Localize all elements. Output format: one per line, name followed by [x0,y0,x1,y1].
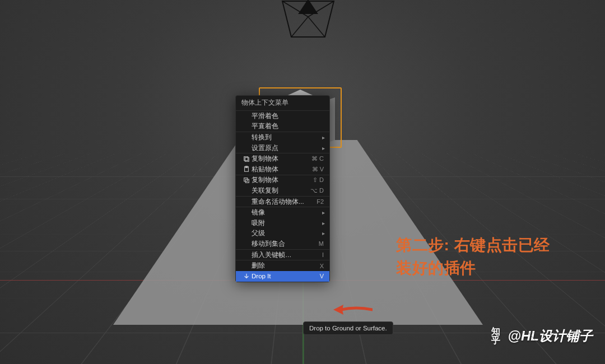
zhihu-logo-icon: 知乎 [491,327,500,345]
chevron-right-icon: ▸ [322,134,325,141]
copy-icon [241,156,252,162]
menu-item-shade-smooth[interactable]: 平滑着色 [236,111,329,122]
arrow-down-icon [241,273,252,279]
menu-item-paste-objects[interactable]: 粘贴物体⌘ V [236,164,329,175]
menu-item-mirror[interactable]: 镜像▸ [236,207,329,218]
menu-item-move-to-collection[interactable]: 移动到集合M [236,239,329,249]
menu-item-duplicate-linked[interactable]: 关联复制⌥ D [236,185,329,196]
menu-item-parent[interactable]: 父级▸ [236,228,329,239]
blender-viewport[interactable]: 物体上下文菜单 平滑着色 平直着色 转换到▸ 设置原点▸ 复制物体⌘ C 粘贴物… [0,0,605,364]
context-menu: 物体上下文菜单 平滑着色 平直着色 转换到▸ 设置原点▸ 复制物体⌘ C 粘贴物… [235,95,330,282]
tooltip: Drop to Ground or Surface. [303,321,393,335]
menu-item-delete[interactable]: 删除X [236,260,329,271]
watermark: 知乎 @HL设计铺子 [491,327,593,345]
svg-rect-1 [244,156,248,160]
menu-item-shade-flat[interactable]: 平直着色 [236,122,329,132]
chevron-right-icon: ▸ [322,145,325,151]
paste-icon [241,166,252,172]
menu-item-insert-keyframe[interactable]: 插入关键帧…I [236,250,329,260]
menu-item-set-origin[interactable]: 设置原点▸ [236,143,329,153]
context-menu-title: 物体上下文菜单 [236,96,329,110]
chevron-right-icon: ▸ [322,220,325,226]
chevron-right-icon: ▸ [322,230,325,236]
menu-item-copy-objects[interactable]: 复制物体⌘ C [236,153,329,164]
camera-icon [277,0,339,40]
svg-rect-3 [245,166,247,168]
annotation-arrow [333,303,373,316]
menu-item-convert-to[interactable]: 转换到▸ [236,132,329,143]
menu-item-rename[interactable]: 重命名活动物体...F2 [236,197,329,207]
menu-item-duplicate[interactable]: 复制物体⇧ D [236,175,329,186]
duplicate-icon [241,177,252,184]
menu-item-snap[interactable]: 吸附▸ [236,218,329,228]
chevron-right-icon: ▸ [322,209,325,216]
annotation-text: 第二步: 右键点击已经 装好的插件 [396,234,550,279]
svg-rect-0 [245,157,249,161]
menu-item-drop-it[interactable]: Drop ItV [236,271,329,282]
watermark-text: @HL设计铺子 [508,327,593,345]
